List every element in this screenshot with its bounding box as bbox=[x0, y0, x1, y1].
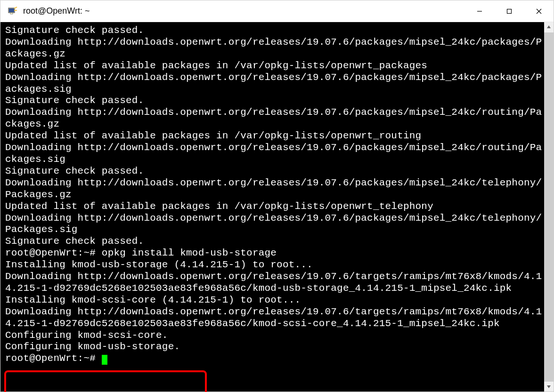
scroll-down-arrow[interactable] bbox=[544, 382, 554, 392]
terminal-area: Signature check passed. Downloading http… bbox=[0, 22, 554, 392]
svg-line-3 bbox=[14, 7, 17, 8]
putty-icon bbox=[7, 6, 18, 17]
svg-rect-2 bbox=[10, 13, 13, 14]
maximize-button[interactable] bbox=[494, 0, 524, 22]
scroll-up-arrow[interactable] bbox=[544, 22, 554, 32]
window-controls bbox=[464, 0, 554, 22]
scrollbar[interactable] bbox=[544, 22, 554, 392]
window-title: root@OpenWrt: ~ bbox=[23, 6, 464, 16]
putty-window: root@OpenWrt: ~ Signature check passed. … bbox=[0, 0, 554, 392]
terminal-output[interactable]: Signature check passed. Downloading http… bbox=[0, 22, 544, 392]
svg-rect-1 bbox=[9, 8, 14, 12]
cursor bbox=[102, 355, 107, 365]
scroll-thumb[interactable] bbox=[544, 32, 554, 382]
minimize-button[interactable] bbox=[464, 0, 494, 22]
titlebar[interactable]: root@OpenWrt: ~ bbox=[0, 0, 554, 22]
svg-rect-6 bbox=[507, 9, 511, 13]
close-button[interactable] bbox=[524, 0, 554, 22]
